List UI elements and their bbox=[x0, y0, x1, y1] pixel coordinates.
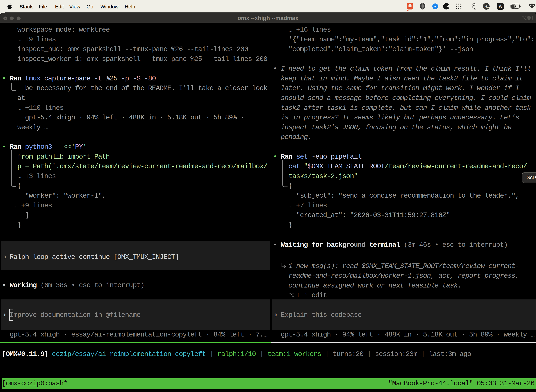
svg-text:..61: ..61 bbox=[484, 5, 489, 8]
